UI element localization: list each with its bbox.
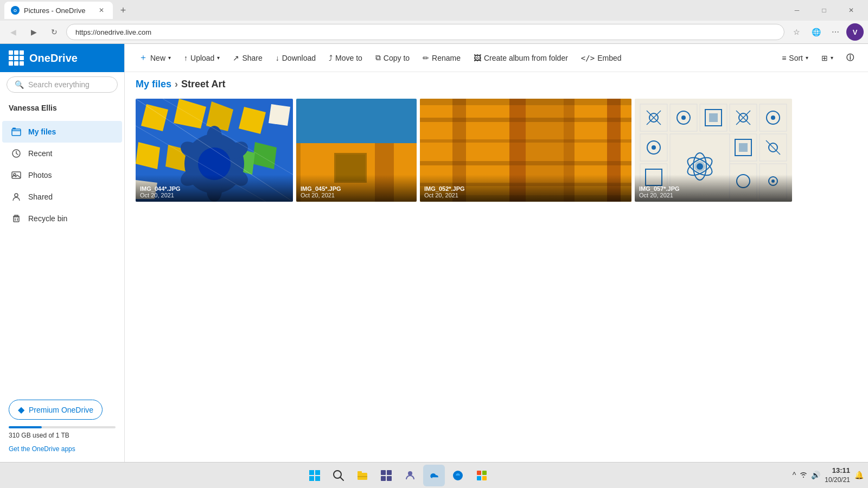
maximize-button[interactable]: □ (812, 2, 837, 19)
breadcrumb: My files › Street Art (125, 72, 868, 94)
notifications-icon[interactable]: 🔔 (854, 471, 864, 479)
premium-label: Premium OneDrive (29, 406, 93, 414)
minimize-button[interactable]: ─ (784, 2, 809, 19)
upload-label: Upload (190, 54, 214, 62)
search-icon: 🔍 (15, 80, 24, 89)
svg-point-73 (771, 115, 775, 120)
new-label: New (150, 54, 165, 62)
shared-icon (11, 191, 22, 202)
volume-icon[interactable]: 🔊 (811, 471, 820, 479)
sidebar-item-label: Photos (28, 171, 52, 179)
taskbar-store[interactable] (471, 465, 493, 486)
sidebar-item-shared[interactable]: Shared (2, 186, 122, 208)
copy-to-button[interactable]: ⧉ Copy to (370, 50, 415, 66)
move-to-button[interactable]: ⤴ Move to (323, 50, 368, 66)
new-button[interactable]: ＋ New ▾ (133, 49, 176, 67)
profile-button[interactable]: V (846, 23, 864, 41)
taskbar-teams[interactable] (399, 465, 421, 486)
taskbar-gallery[interactable] (375, 465, 397, 486)
time-display[interactable]: 13:11 10/20/21 (825, 466, 850, 485)
taskbar-edge[interactable] (447, 465, 469, 486)
sidebar-search-area: 🔍 Search everything (0, 72, 124, 97)
taskbar-right: ^ 🔊 13:11 10/20/21 🔔 (793, 466, 864, 485)
start-button[interactable] (304, 465, 326, 486)
favorites-button[interactable]: ☆ (788, 23, 805, 41)
upload-button[interactable]: ↑ Upload ▾ (178, 50, 225, 66)
sort-button[interactable]: ≡ Sort ▾ (776, 50, 814, 66)
photos-icon (11, 170, 22, 181)
embed-button[interactable]: </> Embed (576, 50, 627, 66)
svg-rect-96 (309, 470, 314, 475)
tray-expand-icon[interactable]: ^ (793, 471, 796, 479)
storage-text: 310 GB used of 1 TB (9, 432, 116, 439)
svg-rect-97 (315, 470, 320, 475)
new-tab-button[interactable]: + (115, 2, 131, 18)
share-button[interactable]: ↗ Share (227, 50, 267, 66)
address-input[interactable] (66, 24, 784, 40)
move-icon: ⤴ (329, 54, 333, 62)
move-to-label: Move to (335, 54, 362, 62)
forward-button[interactable]: ▶ (25, 23, 42, 41)
sidebar-nav: My files Recent (0, 119, 124, 232)
svg-rect-106 (387, 470, 392, 475)
settings-button[interactable]: ⋯ (827, 23, 844, 41)
back-button[interactable]: ◀ (4, 23, 22, 41)
rename-button[interactable]: ✏ Rename (417, 50, 466, 66)
svg-rect-99 (315, 476, 320, 481)
search-bar[interactable]: 🔍 Search everything (7, 76, 118, 93)
photo-item[interactable]: IMG_057*.JPG Oct 20, 2021 (635, 99, 792, 202)
embed-label: Embed (597, 54, 621, 62)
taskbar-file-explorer[interactable] (352, 465, 373, 486)
sidebar-item-label: Shared (28, 192, 53, 201)
svg-point-109 (408, 471, 412, 476)
svg-rect-54 (420, 99, 631, 105)
photo-name: IMG_052*.JPG (424, 185, 627, 192)
sort-chevron-icon: ▾ (806, 55, 808, 61)
photo-item[interactable]: IMG_044*.JPG Oct 20, 2021 (136, 99, 293, 202)
sidebar-item-recycle-bin[interactable]: Recycle bin (2, 208, 122, 229)
sidebar-item-label: My files (28, 127, 56, 136)
svg-rect-85 (739, 143, 748, 152)
sidebar-item-recent[interactable]: Recent (2, 143, 122, 164)
sidebar-item-my-files[interactable]: My files (2, 121, 122, 143)
sidebar-item-label: Recent (28, 149, 52, 158)
sidebar-item-label: Recycle bin (28, 214, 67, 223)
refresh-button[interactable]: ↻ (46, 23, 63, 41)
svg-rect-51 (420, 139, 631, 143)
date: 10/20/21 (825, 476, 850, 485)
download-label: Download (282, 54, 316, 62)
copy-to-label: Copy to (384, 54, 410, 62)
get-apps-link[interactable]: Get the OneDrive apps (9, 445, 75, 453)
sidebar-header: OneDrive (0, 44, 124, 72)
sidebar-item-photos[interactable]: Photos (2, 164, 122, 186)
info-button[interactable]: ⓘ (841, 50, 859, 66)
svg-point-82 (697, 163, 703, 170)
photo-item[interactable]: IMG_045*.JPG Oct 20, 2021 (296, 99, 417, 202)
photo-item[interactable]: IMG_052*.JPG Oct 20, 2021 (420, 99, 631, 202)
apps-icon[interactable] (9, 50, 24, 66)
embed-icon: </> (581, 54, 595, 62)
wifi-icon[interactable] (799, 471, 808, 480)
active-tab[interactable]: O Pictures - OneDrive ✕ (4, 2, 113, 19)
tab-favicon: O (11, 6, 20, 15)
photo-date: Oct 20, 2021 (301, 192, 412, 198)
tab-close-button[interactable]: ✕ (97, 5, 106, 15)
grid-icon: ⊞ (821, 54, 828, 62)
create-album-button[interactable]: 🖼 Create album from folder (468, 50, 573, 66)
svg-marker-30 (269, 104, 290, 126)
close-button[interactable]: ✕ (839, 2, 864, 19)
sidebar-bottom: ◆ Premium OneDrive 310 GB used of 1 TB G… (0, 391, 124, 462)
taskbar-search-button[interactable] (328, 465, 349, 486)
sort-icon: ≡ (782, 54, 786, 62)
svg-rect-50 (420, 118, 631, 122)
premium-button[interactable]: ◆ Premium OneDrive (9, 400, 103, 420)
view-toggle-button[interactable]: ⊞ ▾ (816, 50, 839, 66)
my-files-icon (11, 126, 22, 137)
photo-date: Oct 20, 2021 (639, 192, 788, 198)
new-chevron-icon: ▾ (168, 55, 171, 61)
taskbar-onedrive[interactable] (423, 465, 445, 486)
photo-name: IMG_057*.JPG (639, 185, 788, 192)
download-button[interactable]: ↓ Download (270, 50, 321, 66)
breadcrumb-parent[interactable]: My files (136, 79, 171, 90)
extensions-button[interactable]: 🌐 (807, 23, 825, 41)
